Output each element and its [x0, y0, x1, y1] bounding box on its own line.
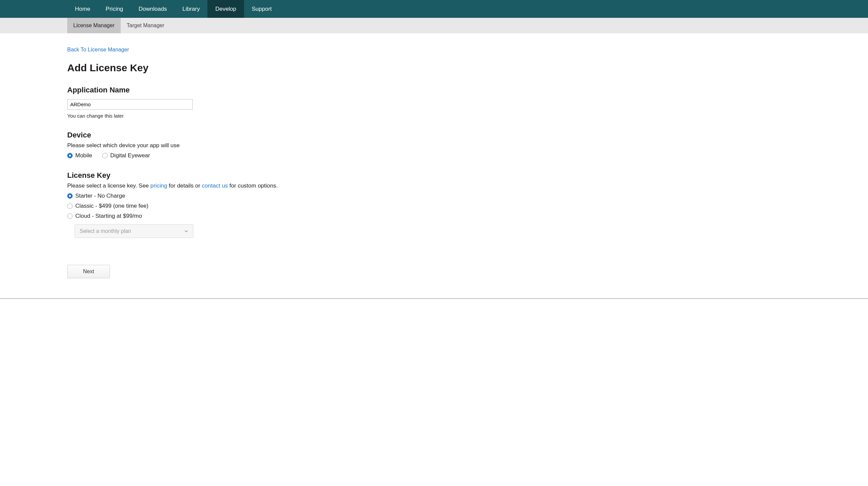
radio-device-digital-eyewear[interactable]: Digital Eyewear: [102, 152, 150, 159]
radio-license-starter[interactable]: Starter - No Charge: [67, 193, 403, 199]
app-name-input[interactable]: [67, 99, 193, 109]
nav-support[interactable]: Support: [244, 0, 280, 18]
tab-target-manager[interactable]: Target Manager: [121, 18, 170, 33]
app-name-heading: Application Name: [67, 86, 403, 94]
section-device: Device Please select which device your a…: [67, 131, 403, 159]
nav-develop[interactable]: Develop: [208, 0, 244, 18]
contact-us-link[interactable]: contact us: [202, 183, 228, 189]
device-subtext: Please select which device your app will…: [67, 142, 403, 149]
radio-unchecked-icon: [102, 153, 107, 158]
radio-label: Starter - No Charge: [75, 193, 125, 199]
page-content: Back To License Manager Add License Key …: [0, 33, 403, 292]
nav-downloads[interactable]: Downloads: [131, 0, 175, 18]
cloud-plan-dropdown[interactable]: Select a monthly plan: [74, 224, 193, 238]
radio-label: Cloud - Starting at $99/mo: [75, 213, 142, 220]
radio-label: Digital Eyewear: [110, 152, 150, 159]
radio-device-mobile[interactable]: Mobile: [67, 152, 92, 159]
nav-home[interactable]: Home: [67, 0, 98, 18]
top-nav: Home Pricing Downloads Library Develop S…: [0, 0, 868, 18]
radio-license-cloud[interactable]: Cloud - Starting at $99/mo: [67, 213, 403, 220]
radio-license-classic[interactable]: Classic - $499 (one time fee): [67, 203, 403, 209]
bottom-divider: [0, 298, 868, 299]
radio-unchecked-icon: [67, 214, 72, 219]
radio-checked-icon: [67, 193, 72, 199]
license-subtext: Please select a license key. See pricing…: [67, 183, 403, 189]
radio-checked-icon: [67, 153, 72, 158]
radio-label: Classic - $499 (one time fee): [75, 203, 148, 209]
back-link[interactable]: Back To License Manager: [67, 47, 129, 53]
next-button[interactable]: Next: [67, 265, 110, 278]
section-app-name: Application Name You can change this lat…: [67, 86, 403, 119]
nav-pricing[interactable]: Pricing: [98, 0, 131, 18]
app-name-hint: You can change this later: [67, 113, 403, 119]
radio-unchecked-icon: [67, 203, 72, 209]
license-heading: License Key: [67, 171, 403, 180]
page-title: Add License Key: [67, 62, 403, 74]
section-license-key: License Key Please select a license key.…: [67, 171, 403, 238]
chevron-down-icon: [184, 229, 188, 233]
radio-label: Mobile: [75, 152, 92, 159]
dropdown-placeholder: Select a monthly plan: [80, 228, 131, 234]
tab-license-manager[interactable]: License Manager: [67, 18, 121, 33]
device-heading: Device: [67, 131, 403, 139]
pricing-link[interactable]: pricing: [150, 183, 167, 189]
nav-library[interactable]: Library: [175, 0, 208, 18]
sub-nav: License Manager Target Manager: [0, 18, 868, 33]
